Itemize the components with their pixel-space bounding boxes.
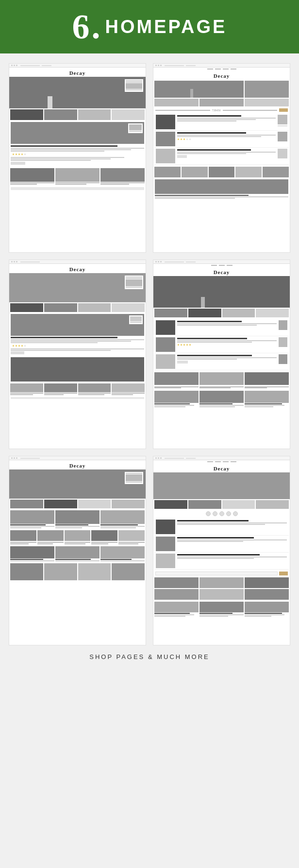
pagination-bar[interactable] [11, 187, 144, 190]
sm-thumb [37, 530, 64, 541]
sm-thumb [91, 530, 117, 541]
overlay-line [126, 473, 142, 474]
subscribe-btn[interactable] [279, 108, 288, 112]
article-row-4b [154, 336, 289, 353]
col-line [154, 614, 194, 615]
col-img [154, 602, 199, 612]
col-line [55, 526, 100, 527]
subscribe-button[interactable] [279, 572, 288, 575]
article-row-4a [154, 319, 289, 336]
cap-line [65, 543, 85, 544]
thumb-label [55, 184, 86, 185]
text-line [11, 348, 144, 349]
col-title [10, 559, 43, 560]
header-title: HOMEPAGE [105, 17, 227, 37]
article-text [177, 337, 277, 352]
text-line [177, 325, 257, 326]
col-title [55, 559, 91, 560]
thumb-item [100, 168, 145, 185]
subscribe-bar-6 [153, 571, 290, 576]
text-line [11, 151, 104, 152]
article-text [177, 554, 287, 568]
subscribe-input[interactable] [155, 572, 278, 575]
caption [65, 542, 91, 544]
col-img [55, 510, 100, 524]
preview-card-3[interactable]: Decay [9, 260, 146, 449]
chrome-dot [158, 457, 159, 459]
thumb-img [100, 168, 145, 182]
3x2-grid [153, 576, 290, 601]
preview-card-6[interactable]: Decay [153, 456, 290, 645]
preview-card-4[interactable]: Decay [153, 260, 290, 449]
read-more-btn[interactable] [177, 155, 187, 158]
preview-logo-3: Decay [9, 264, 146, 273]
chrome-bar-sm [186, 458, 196, 459]
article-title-line [11, 145, 117, 147]
thumb [199, 372, 244, 385]
article-thumb [156, 554, 175, 568]
thumb-img [10, 109, 43, 120]
text-line [11, 158, 111, 159]
article-col [245, 391, 289, 407]
article-col-line [245, 405, 284, 406]
caption [91, 542, 117, 544]
circle-icon [233, 511, 238, 516]
cap-line [91, 543, 108, 544]
star [186, 344, 188, 346]
article-text [177, 354, 277, 369]
overlay-img [129, 124, 142, 130]
thumb-label [100, 182, 145, 183]
sm-thumb [10, 530, 36, 541]
cap-line [118, 543, 138, 544]
thumb [112, 383, 145, 392]
article-title [177, 132, 246, 134]
text-line [11, 339, 144, 340]
article-col-line [199, 406, 235, 407]
chrome-dot [14, 65, 15, 66]
col-line [245, 616, 271, 617]
article-thumb [156, 320, 175, 335]
star [180, 138, 183, 140]
hero-1 [9, 77, 146, 108]
col-img [245, 602, 289, 612]
caption-item [154, 386, 199, 388]
col-line [55, 560, 100, 561]
article-6b [154, 536, 289, 553]
col-line [10, 560, 54, 561]
side-img [278, 149, 287, 158]
articles-bottom-6 [153, 601, 290, 618]
col-title [154, 613, 190, 614]
title [177, 537, 254, 538]
footer-text: Shop Pages & Much More [9, 645, 290, 665]
chrome-bar [20, 261, 40, 262]
overlay-line [126, 80, 142, 81]
caption-line [112, 394, 133, 395]
chrome-bar-sm [42, 65, 51, 66]
thumb-caption [10, 383, 43, 395]
nav-item [227, 265, 233, 266]
text-line [155, 196, 288, 197]
article-overlay [128, 123, 143, 133]
preview-card-1[interactable]: Decay [9, 63, 146, 253]
preview-card-5[interactable]: Decay [9, 456, 146, 645]
read-more-btn[interactable] [11, 351, 24, 354]
article-col-title [154, 403, 190, 404]
figure-silhouette [48, 96, 52, 108]
line [177, 556, 287, 557]
article-thumb [156, 337, 175, 352]
text-line [155, 198, 235, 199]
article-col-line [154, 405, 194, 406]
thumb [78, 383, 111, 392]
read-more-btn[interactable] [177, 361, 188, 364]
chrome-dot [16, 261, 17, 262]
footer-bar [11, 397, 144, 399]
image-grid [153, 80, 290, 107]
star [177, 138, 180, 140]
read-more-btn[interactable] [11, 162, 25, 165]
preview-card-2[interactable]: Decay 738450 [153, 63, 290, 253]
caption [37, 542, 64, 544]
overlay-line [126, 278, 142, 279]
icons-row [153, 510, 290, 518]
thumb-img [44, 303, 77, 312]
side-img-wrap [279, 354, 287, 369]
